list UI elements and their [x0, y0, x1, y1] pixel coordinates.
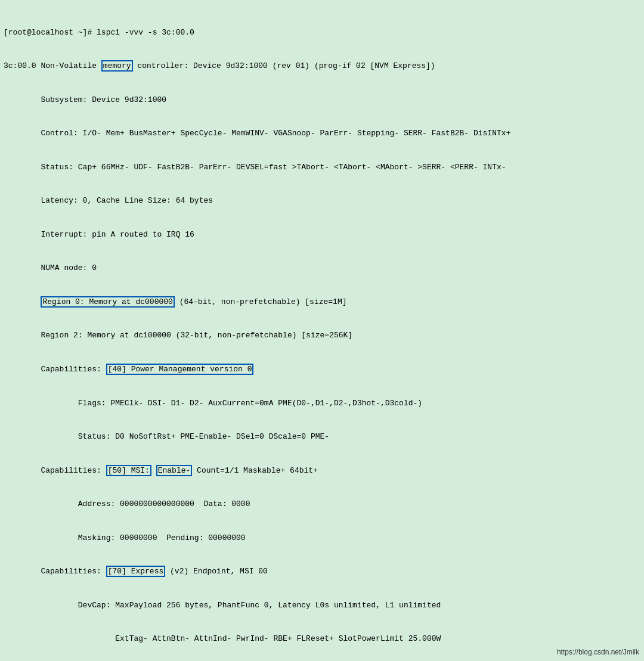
line-18: DevCap: MaxPayload 256 bytes, PhantFunc … [4, 600, 640, 612]
line-10: Region 2: Memory at dc100000 (32-bit, no… [4, 330, 640, 342]
line-4: Control: I/O- Mem+ BusMaster+ SpecCycle-… [4, 128, 640, 139]
line-8: NUMA node: 0 [4, 263, 640, 274]
watermark: https://blog.csdn.net/Jmilk [557, 648, 639, 656]
terminal-output: [root@localhost ~]# lspci -vvv -s 3c:00.… [0, 0, 644, 661]
highlight-region0: Region 0: Memory at dc000000 [41, 296, 174, 308]
line-13: Status: D0 NoSoftRst+ PME-Enable- DSel=0… [4, 432, 640, 443]
highlight-cap40: [40] Power Management version 0 [106, 364, 254, 375]
line-6: Latency: 0, Cache Line Size: 64 bytes [4, 195, 640, 207]
line-5: Status: Cap+ 66MHz- UDF- FastB2B- ParErr… [4, 162, 640, 173]
line-9: Region 0: Memory at dc000000 (64-bit, no… [4, 297, 640, 308]
line-15: Address: 0000000000000000 Data: 0000 [4, 499, 640, 510]
line-12: Flags: PMEClk- DSI- D1- D2- AuxCurrent=0… [4, 398, 640, 409]
highlight-msi50: [50] MSI: [106, 465, 151, 476]
line-3: Subsystem: Device 9d32:1000 [4, 95, 640, 106]
line-11: Capabilities: [40] Power Management vers… [4, 364, 640, 376]
line-14: Capabilities: [50] MSI: Enable- Count=1/… [4, 466, 640, 477]
highlight-cap70: [70] Express [106, 566, 166, 577]
line-19: ExtTag- AttnBtn- AttnInd- PwrInd- RBE+ F… [4, 634, 640, 645]
highlight-memory: memory [101, 60, 133, 72]
highlight-enable-minus: Enable- [156, 465, 193, 476]
line-17: Capabilities: [70] Express (v2) Endpoint… [4, 566, 640, 578]
line-2: 3c:00.0 Non-Volatile memory controller: … [4, 61, 640, 72]
line-16: Masking: 00000000 Pending: 00000000 [4, 533, 640, 544]
line-1: [root@localhost ~]# lspci -vvv -s 3c:00.… [4, 27, 640, 39]
line-7: Interrupt: pin A routed to IRQ 16 [4, 229, 640, 241]
